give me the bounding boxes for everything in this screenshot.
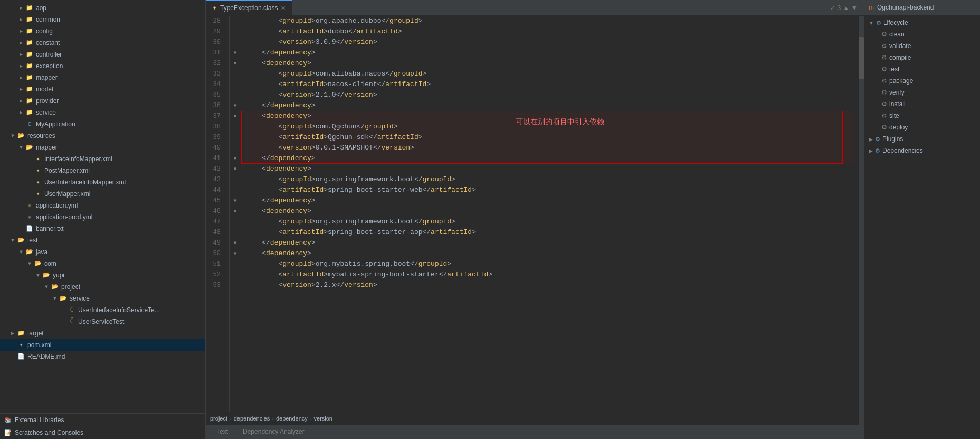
tree-label: test (27, 237, 37, 244)
maven-test[interactable]: ⚙ test (864, 63, 980, 75)
tree-label: README.md (27, 353, 65, 360)
maven-title: Qgchunapi-backend (877, 4, 934, 11)
tree-item-resources[interactable]: ▼ 📂 resources (0, 130, 205, 142)
tree-item-test[interactable]: ▼ 📂 test (0, 235, 205, 246)
tree-item-user-interface-test[interactable]: C̈ UserInterfaceInfoServiceTe... (0, 304, 205, 316)
tree-label: application.yml (36, 202, 78, 209)
plugins-label: Plugins (882, 135, 903, 143)
gear-icon: ⚙ (881, 42, 887, 50)
line-numbers: 2829303132333435363738394041424344454647… (206, 16, 230, 412)
tree-item-com[interactable]: ▼ 📂 com (0, 258, 205, 269)
maven-site[interactable]: ⚙ site (864, 110, 980, 122)
maven-install[interactable]: ⚙ install (864, 98, 980, 110)
tree-label: config (36, 27, 53, 35)
tree-item-config[interactable]: ▶ 📁 config (0, 25, 205, 37)
tree-item-service-test[interactable]: ▼ 📂 service (0, 293, 205, 304)
tree-item-target[interactable]: ▶ 📁 target (0, 328, 205, 339)
tree-label: UserMapper.xml (44, 190, 90, 198)
maven-compile[interactable]: ⚙ compile (864, 52, 980, 63)
lifecycle-label: Lifecycle (883, 19, 908, 26)
tree-item-pom[interactable]: ✦ pom.xml (0, 339, 205, 351)
maven-package[interactable]: ⚙ package (864, 75, 980, 87)
yaml-icon: ◈ (25, 201, 34, 210)
maven-verify[interactable]: ⚙ verify (864, 87, 980, 98)
maven-validate[interactable]: ⚙ validate (864, 40, 980, 52)
code-content[interactable]: <groupId>org.apache.dubbo</groupId> <art… (241, 16, 859, 412)
expand-arrow: ▼ (25, 261, 34, 267)
tree-item-banner-txt[interactable]: 📄 banner.txt (0, 223, 205, 235)
tree-label: model (36, 86, 53, 93)
breadcrumb-item-dependencies[interactable]: dependencies (234, 415, 270, 422)
breadcrumb-sep: › (272, 415, 274, 422)
item-label: verify (889, 89, 905, 96)
chevron-down-icon: ▼ (869, 20, 874, 26)
tree-item-controller[interactable]: ▶ 📁 controller (0, 49, 205, 60)
tab-label: TypeException.class (220, 4, 278, 12)
tree-label: project (61, 283, 80, 291)
gear-icon: ⚙ (881, 112, 887, 119)
tab-typeexception[interactable]: ✦ TypeException.class ✕ (206, 0, 292, 15)
tab-dependency-analyzer[interactable]: Dependency Analyzer (236, 427, 311, 437)
maven-lifecycle-section[interactable]: ▼ ⚙ Lifecycle (864, 17, 980, 29)
chevron-up-icon[interactable]: ▲ (843, 4, 849, 12)
tree-item-yupi[interactable]: ▼ 📂 yupi (0, 269, 205, 281)
expand-arrow: ▶ (17, 5, 25, 11)
tree-item-myapplication[interactable]: C MyApplication (0, 118, 205, 130)
tree-item-constant[interactable]: ▶ 📁 constant (0, 37, 205, 49)
chevron-down-icon[interactable]: ▼ (851, 4, 858, 12)
breadcrumb-item-project[interactable]: project (210, 415, 227, 422)
expand-arrow: ▼ (42, 284, 51, 290)
editor-scrollbar[interactable] (859, 16, 864, 439)
item-label: install (889, 100, 906, 108)
tree-item-java[interactable]: ▼ 📂 java (0, 246, 205, 258)
folder-icon: 📁 (25, 39, 34, 47)
code-editor[interactable]: 2829303132333435363738394041424344454647… (206, 16, 864, 439)
tree-label: UserServiceTest (78, 318, 124, 325)
tab-close-button[interactable]: ✕ (281, 5, 286, 12)
tree-item-user-mapper[interactable]: ✦ UserMapper.xml (0, 188, 205, 200)
external-libraries-item[interactable]: 📚 External Libraries (0, 414, 205, 426)
maven-tree[interactable]: ▼ ⚙ Lifecycle ⚙ clean ⚙ validate ⚙ compi… (864, 15, 980, 439)
maven-dependencies-section[interactable]: ▶ ⚙ Dependencies (864, 145, 980, 156)
tree-item-common[interactable]: ▶ 📁 common (0, 14, 205, 25)
tree-item-application-yml[interactable]: ◈ application.yml (0, 200, 205, 211)
scratches-consoles-label: Scratches and Consoles (15, 429, 83, 436)
tree-item-user-service-test[interactable]: C̈ UserServiceTest (0, 316, 205, 328)
maven-plugins-section[interactable]: ▶ ⚙ Plugins (864, 133, 980, 145)
maven-clean[interactable]: ⚙ clean (864, 29, 980, 40)
expand-arrow: ▼ (8, 133, 17, 139)
tree-item-project[interactable]: ▼ 📂 project (0, 281, 205, 293)
tree-label: mapper (36, 74, 58, 81)
tree-item-mapper-resources[interactable]: ▼ 📂 mapper (0, 142, 205, 153)
dependencies-icon: ⚙ (875, 147, 880, 154)
tab-text[interactable]: Text (210, 427, 234, 437)
file-tree-sidebar: ▶ 📁 aop ▶ 📁 common ▶ 📁 config ▶ 📁 consta… (0, 0, 206, 439)
xml-icon: ✦ (34, 178, 42, 186)
breadcrumb-item-dependency[interactable]: dependency (276, 415, 308, 422)
scratches-consoles-item[interactable]: 📝 Scratches and Consoles (0, 426, 205, 439)
folder-icon: 📁 (17, 329, 25, 338)
maven-deploy[interactable]: ⚙ deploy (864, 122, 980, 133)
tree-label: service (36, 109, 56, 116)
expand-arrow: ▶ (17, 16, 25, 23)
tree-label: resources (27, 132, 55, 139)
tree-item-interface-mapper[interactable]: ✦ InterfaceInfoMapper.xml (0, 153, 205, 165)
tree-item-application-prod-yml[interactable]: ◈ application-prod.yml (0, 211, 205, 223)
tree-item-post-mapper[interactable]: ✦ PostMapper.xml (0, 165, 205, 176)
tree-item-userinterface-mapper[interactable]: ✦ UserInterfaceInfoMapper.xml (0, 176, 205, 188)
scrollbar-thumb[interactable] (859, 37, 864, 79)
tree-item-mapper[interactable]: ▶ 📁 mapper (0, 72, 205, 83)
breadcrumb-item-version[interactable]: version (314, 415, 332, 422)
check-count: 3 (838, 4, 841, 12)
expand-arrow: ▶ (17, 28, 25, 34)
folder-icon: 📂 (17, 236, 25, 245)
tree-item-provider[interactable]: ▶ 📁 provider (0, 95, 205, 107)
project-tree[interactable]: ▶ 📁 aop ▶ 📁 common ▶ 📁 config ▶ 📁 consta… (0, 0, 205, 413)
tree-item-aop[interactable]: ▶ 📁 aop (0, 2, 205, 14)
chevron-right-icon: ▶ (869, 136, 873, 142)
tree-item-readme[interactable]: 📄 README.md (0, 351, 205, 362)
gear-icon: ⚙ (881, 89, 887, 96)
tree-item-service[interactable]: ▶ 📁 service (0, 107, 205, 118)
tree-item-exception[interactable]: ▶ 📁 exception (0, 60, 205, 72)
tree-item-model[interactable]: ▶ 📁 model (0, 83, 205, 95)
